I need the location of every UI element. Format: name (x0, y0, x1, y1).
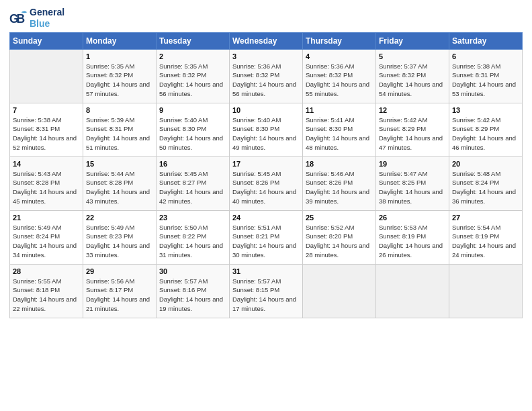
calendar-cell: 22Sunrise: 5:49 AMSunset: 8:23 PMDayligh… (83, 210, 157, 264)
day-number: 2 (159, 52, 226, 60)
day-number: 19 (379, 160, 446, 168)
day-number: 30 (159, 267, 226, 275)
day-info: Sunrise: 5:43 AMSunset: 8:28 PMDaylight:… (13, 169, 80, 206)
calendar-cell: 5Sunrise: 5:37 AMSunset: 8:32 PMDaylight… (376, 49, 449, 103)
day-info: Sunrise: 5:38 AMSunset: 8:31 PMDaylight:… (452, 62, 519, 99)
calendar-cell: 15Sunrise: 5:44 AMSunset: 8:28 PMDayligh… (83, 156, 157, 210)
day-info: Sunrise: 5:39 AMSunset: 8:31 PMDaylight:… (86, 116, 153, 152)
calendar-cell (303, 264, 376, 318)
day-info: Sunrise: 5:56 AMSunset: 8:17 PMDaylight:… (86, 277, 153, 314)
day-info: Sunrise: 5:44 AMSunset: 8:28 PMDaylight:… (86, 169, 153, 206)
calendar-cell: 27Sunrise: 5:54 AMSunset: 8:19 PMDayligh… (449, 210, 523, 264)
calendar-cell: 26Sunrise: 5:53 AMSunset: 8:19 PMDayligh… (376, 210, 449, 264)
day-info: Sunrise: 5:57 AMSunset: 8:16 PMDaylight:… (159, 277, 226, 314)
day-info: Sunrise: 5:40 AMSunset: 8:30 PMDaylight:… (159, 116, 226, 152)
day-number: 5 (379, 52, 446, 60)
calendar-cell: 7Sunrise: 5:38 AMSunset: 8:31 PMDaylight… (10, 103, 83, 156)
day-number: 13 (452, 106, 519, 114)
day-info: Sunrise: 5:42 AMSunset: 8:29 PMDaylight:… (452, 116, 519, 152)
day-info: Sunrise: 5:45 AMSunset: 8:26 PMDaylight:… (232, 169, 300, 206)
calendar-cell: 16Sunrise: 5:45 AMSunset: 8:27 PMDayligh… (157, 156, 230, 210)
day-number: 7 (13, 106, 80, 114)
logo-general: General (30, 7, 64, 18)
day-info: Sunrise: 5:35 AMSunset: 8:32 PMDaylight:… (86, 62, 153, 99)
day-number: 3 (232, 52, 300, 60)
calendar-cell: 3Sunrise: 5:36 AMSunset: 8:32 PMDaylight… (230, 49, 303, 103)
calendar-cell: 21Sunrise: 5:49 AMSunset: 8:24 PMDayligh… (10, 210, 83, 264)
day-number: 24 (232, 214, 300, 222)
day-number: 11 (306, 106, 373, 114)
calendar-cell: 11Sunrise: 5:41 AMSunset: 8:30 PMDayligh… (303, 103, 376, 156)
page-container: G B General Blue SundayMondayTuesdayWedn… (0, 0, 532, 324)
calendar-cell: 1Sunrise: 5:35 AMSunset: 8:32 PMDaylight… (83, 49, 157, 103)
calendar-table: SundayMondayTuesdayWednesdayThursdayFrid… (9, 32, 523, 318)
calendar-cell: 10Sunrise: 5:40 AMSunset: 8:30 PMDayligh… (230, 103, 303, 156)
calendar-cell: 4Sunrise: 5:36 AMSunset: 8:32 PMDaylight… (303, 49, 376, 103)
weekday-header: Tuesday (157, 32, 230, 49)
day-number: 26 (379, 214, 446, 222)
calendar-cell: 12Sunrise: 5:42 AMSunset: 8:29 PMDayligh… (376, 103, 449, 156)
day-number: 23 (159, 214, 226, 222)
calendar-week-row: 1Sunrise: 5:35 AMSunset: 8:32 PMDaylight… (10, 49, 523, 103)
calendar-week-row: 28Sunrise: 5:55 AMSunset: 8:18 PMDayligh… (10, 264, 523, 318)
day-info: Sunrise: 5:47 AMSunset: 8:25 PMDaylight:… (379, 169, 446, 206)
calendar-cell (376, 264, 449, 318)
calendar-cell: 8Sunrise: 5:39 AMSunset: 8:31 PMDaylight… (83, 103, 157, 156)
day-number: 4 (306, 52, 373, 60)
day-info: Sunrise: 5:35 AMSunset: 8:32 PMDaylight:… (159, 62, 226, 99)
day-info: Sunrise: 5:51 AMSunset: 8:21 PMDaylight:… (232, 223, 300, 260)
day-number: 28 (13, 267, 80, 275)
calendar-cell (449, 264, 523, 318)
svg-text:B: B (17, 12, 26, 26)
day-number: 22 (86, 214, 153, 222)
calendar-cell: 19Sunrise: 5:47 AMSunset: 8:25 PMDayligh… (376, 156, 449, 210)
calendar-week-row: 21Sunrise: 5:49 AMSunset: 8:24 PMDayligh… (10, 210, 523, 264)
calendar-body: 1Sunrise: 5:35 AMSunset: 8:32 PMDaylight… (10, 49, 523, 318)
day-info: Sunrise: 5:45 AMSunset: 8:27 PMDaylight:… (159, 169, 226, 206)
day-number: 27 (452, 214, 519, 222)
weekday-header: Friday (376, 32, 449, 49)
calendar-cell: 17Sunrise: 5:45 AMSunset: 8:26 PMDayligh… (230, 156, 303, 210)
day-info: Sunrise: 5:46 AMSunset: 8:26 PMDaylight:… (306, 169, 373, 206)
day-info: Sunrise: 5:53 AMSunset: 8:19 PMDaylight:… (379, 223, 446, 260)
day-info: Sunrise: 5:57 AMSunset: 8:15 PMDaylight:… (232, 277, 300, 314)
day-info: Sunrise: 5:48 AMSunset: 8:24 PMDaylight:… (452, 169, 519, 206)
day-info: Sunrise: 5:49 AMSunset: 8:23 PMDaylight:… (86, 223, 153, 260)
calendar-cell: 14Sunrise: 5:43 AMSunset: 8:28 PMDayligh… (10, 156, 83, 210)
day-number: 10 (232, 106, 300, 114)
day-info: Sunrise: 5:37 AMSunset: 8:32 PMDaylight:… (379, 62, 446, 99)
calendar-cell: 20Sunrise: 5:48 AMSunset: 8:24 PMDayligh… (449, 156, 523, 210)
calendar-cell: 24Sunrise: 5:51 AMSunset: 8:21 PMDayligh… (230, 210, 303, 264)
day-info: Sunrise: 5:54 AMSunset: 8:19 PMDaylight:… (452, 223, 519, 260)
day-number: 25 (306, 214, 373, 222)
day-number: 20 (452, 160, 519, 168)
calendar-cell: 28Sunrise: 5:55 AMSunset: 8:18 PMDayligh… (10, 264, 83, 318)
calendar-cell: 29Sunrise: 5:56 AMSunset: 8:17 PMDayligh… (83, 264, 157, 318)
weekday-header: Sunday (10, 32, 83, 49)
day-number: 15 (86, 160, 153, 168)
day-info: Sunrise: 5:40 AMSunset: 8:30 PMDaylight:… (232, 116, 300, 152)
calendar-week-row: 14Sunrise: 5:43 AMSunset: 8:28 PMDayligh… (10, 156, 523, 210)
day-number: 6 (452, 52, 519, 60)
calendar-header-row: SundayMondayTuesdayWednesdayThursdayFrid… (10, 32, 523, 49)
calendar-cell: 9Sunrise: 5:40 AMSunset: 8:30 PMDaylight… (157, 103, 230, 156)
day-number: 29 (86, 267, 153, 275)
weekday-header: Thursday (303, 32, 376, 49)
day-info: Sunrise: 5:42 AMSunset: 8:29 PMDaylight:… (379, 116, 446, 152)
day-info: Sunrise: 5:36 AMSunset: 8:32 PMDaylight:… (306, 62, 373, 99)
day-number: 12 (379, 106, 446, 114)
calendar-week-row: 7Sunrise: 5:38 AMSunset: 8:31 PMDaylight… (10, 103, 523, 156)
calendar-cell: 23Sunrise: 5:50 AMSunset: 8:22 PMDayligh… (157, 210, 230, 264)
logo: G B General Blue (9, 7, 64, 30)
day-number: 21 (13, 214, 80, 222)
day-info: Sunrise: 5:50 AMSunset: 8:22 PMDaylight:… (159, 223, 226, 260)
calendar-cell: 30Sunrise: 5:57 AMSunset: 8:16 PMDayligh… (157, 264, 230, 318)
day-number: 31 (232, 267, 300, 275)
logo-icon: G B (9, 9, 28, 28)
day-number: 16 (159, 160, 226, 168)
calendar-cell: 18Sunrise: 5:46 AMSunset: 8:26 PMDayligh… (303, 156, 376, 210)
day-number: 18 (306, 160, 373, 168)
calendar-cell (10, 49, 83, 103)
weekday-header: Monday (83, 32, 157, 49)
calendar-cell: 25Sunrise: 5:52 AMSunset: 8:20 PMDayligh… (303, 210, 376, 264)
